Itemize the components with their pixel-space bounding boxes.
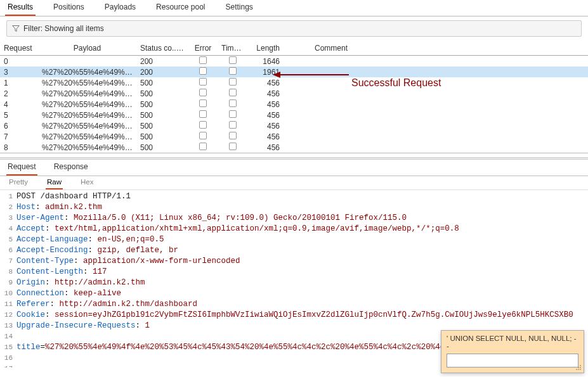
error-checkbox[interactable] (199, 67, 207, 75)
svg-marker-1 (273, 72, 280, 78)
col-header-payload[interactable]: Payload (38, 42, 136, 54)
error-checkbox[interactable] (199, 143, 207, 150)
view-tab-pretty[interactable]: Pretty (8, 176, 29, 189)
decode-tooltip: ' UNION SELECT NULL, NULL, NULL; -- (441, 330, 584, 373)
table-header: Request Payload Status co...▲ Error Time… (0, 41, 588, 56)
error-checkbox[interactable] (199, 121, 207, 129)
svg-point-4 (580, 367, 581, 368)
tab-settings[interactable]: Settings (223, 0, 255, 16)
results-table: Request Payload Status co...▲ Error Time… (0, 41, 588, 153)
svg-point-5 (576, 369, 577, 370)
error-checkbox[interactable] (199, 56, 207, 64)
timeout-checkbox[interactable] (229, 89, 237, 96)
timeout-checkbox[interactable] (229, 132, 237, 139)
decode-tooltip-input[interactable] (447, 354, 578, 367)
view-tab-raw[interactable]: Raw (46, 176, 63, 189)
raw-line: 11Referer: http://admin.k2.thm/dashboard (1, 299, 588, 310)
timeout-checkbox[interactable] (229, 67, 237, 75)
table-row[interactable]: 4%27%20%55%4e%49%4...500456 (0, 99, 588, 110)
col-header-timeout[interactable]: Timeout (218, 42, 248, 54)
filter-bar[interactable]: Filter: Showing all items (6, 20, 582, 37)
timeout-checkbox[interactable] (229, 110, 237, 118)
table-row[interactable]: 6%27%20%55%4e%49%4...500456 (0, 120, 588, 131)
timeout-checkbox[interactable] (229, 56, 237, 64)
error-checkbox[interactable] (199, 132, 207, 139)
annotation-arrow (273, 68, 349, 81)
col-header-error[interactable]: Error (188, 42, 218, 54)
raw-line: 4Accept: text/html,application/xhtml+xml… (1, 224, 588, 234)
tab-results[interactable]: Results (5, 0, 36, 16)
filter-label: Filter: Showing all items (23, 24, 104, 33)
raw-line: 6Accept-Encoding: gzip, deflate, br (1, 245, 588, 256)
view-tab-bar: Pretty Raw Hex (0, 176, 588, 190)
table-row[interactable]: 7%27%20%55%4e%49%4...500456 (0, 131, 588, 142)
table-row[interactable]: 8%27%20%55%4e%49%4...500456 (0, 142, 588, 153)
svg-point-6 (578, 369, 579, 370)
error-checkbox[interactable] (199, 110, 207, 118)
svg-point-2 (580, 365, 581, 366)
error-checkbox[interactable] (199, 99, 207, 107)
error-checkbox[interactable] (199, 89, 207, 96)
table-row[interactable]: 2%27%20%55%4e%49%4...500456 (0, 88, 588, 99)
tab-request[interactable]: Request (6, 159, 37, 176)
col-header-length[interactable]: Length (248, 42, 284, 54)
raw-line: 9Origin: http://admin.k2.thm (1, 278, 588, 288)
table-row[interactable]: 02001646 (0, 56, 588, 67)
col-header-request[interactable]: Request (0, 42, 38, 54)
tab-response[interactable]: Response (53, 159, 89, 176)
raw-line: 8Content-Length: 117 (1, 267, 588, 278)
resize-grip-icon[interactable] (575, 364, 582, 371)
col-header-comment[interactable]: Comment (284, 42, 379, 54)
view-tab-hex[interactable]: Hex (79, 176, 95, 189)
timeout-checkbox[interactable] (229, 143, 237, 150)
main-tab-bar: Results Positions Payloads Resource pool… (0, 0, 588, 16)
raw-line: 2Host: admin.k2.thm (1, 202, 588, 213)
raw-line: 1POST /dashboard HTTP/1.1 (1, 191, 588, 202)
detail-tab-bar: Request Response (0, 160, 588, 176)
raw-line: 12Cookie: session=eyJhZG1pbl91c2VybmFtZS… (1, 310, 588, 321)
tab-payloads[interactable]: Payloads (102, 0, 138, 16)
col-header-status[interactable]: Status co...▲ (136, 42, 188, 54)
error-checkbox[interactable] (199, 78, 207, 86)
filter-icon (12, 25, 20, 32)
tab-resource-pool[interactable]: Resource pool (154, 0, 207, 16)
raw-line: 7Content-Type: application/x-www-form-ur… (1, 256, 588, 267)
svg-point-3 (578, 367, 579, 368)
timeout-checkbox[interactable] (229, 121, 237, 129)
annotation-label: Successful Request (351, 77, 441, 89)
raw-line: 3User-Agent: Mozilla/5.0 (X11; Linux x86… (1, 213, 588, 224)
raw-line: 10Connection: keep-alive (1, 288, 588, 299)
raw-line: 5Accept-Language: en-US,en;q=0.5 (1, 234, 588, 245)
table-row[interactable]: 5%27%20%55%4e%49%4...500456 (0, 110, 588, 120)
timeout-checkbox[interactable] (229, 99, 237, 107)
tab-positions[interactable]: Positions (51, 0, 87, 16)
timeout-checkbox[interactable] (229, 78, 237, 86)
svg-point-7 (580, 369, 581, 370)
decode-tooltip-text: ' UNION SELECT NULL, NULL, NULL; -- (447, 335, 578, 350)
